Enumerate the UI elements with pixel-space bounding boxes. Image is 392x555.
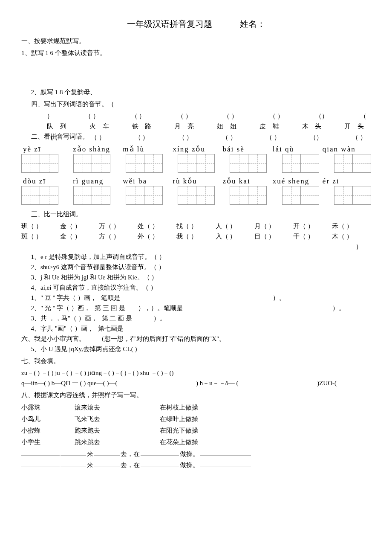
text: 4、字共 "画"（ ）画， xyxy=(31,323,94,334)
blank[interactable] xyxy=(21,449,60,456)
judge-3: 3、j 和 Ue 相拼为 jgl 和 Ue 相拼为 Kie。（ ） xyxy=(31,272,371,282)
list-item: 在树枝上做操 xyxy=(160,402,198,413)
match-table: 小露珠 小鸟儿 小蜜蜂 小学生 滚来滚去 飞来飞去 跑来跑去 跳来跳去 在树枝上… xyxy=(21,402,371,448)
stroke-1: 1、" 豆 " 字共（ ）画， 笔顺是 ）。 xyxy=(31,293,371,303)
section-8: 八、根据课文内容连线，并照样子写一写。 xyxy=(21,390,371,400)
list-item: 小露珠 xyxy=(21,402,40,413)
pinyin: mǎ lù xyxy=(121,143,171,155)
q4-parens2-row: （ ） （ ） （ ） （ ） （ ） （ ） （） （ ） xyxy=(47,131,366,142)
paren: （ ） xyxy=(131,111,146,121)
judge-5: 5、小 U 遇见 jqXy,去掉两点还念 CL( ) xyxy=(31,344,371,354)
pair: 万（ ） xyxy=(99,221,138,231)
box-group xyxy=(230,186,266,205)
word: 铁 路 xyxy=(132,121,154,131)
pair: 找（ ） xyxy=(176,221,215,231)
text: 去，在 xyxy=(121,449,140,459)
pair: 人（ ） xyxy=(216,221,254,231)
q4-words-row: 队 列 火 车 铁 路 月 亮 姐 姐 皮 鞋 木 头 开 头 xyxy=(47,121,366,131)
box-group xyxy=(21,154,58,173)
text: 2、" 光 " 字（ ）画， xyxy=(31,303,91,313)
text: 来 xyxy=(87,449,93,459)
pinyin: zǎo shàng xyxy=(71,143,121,155)
pair: 外（ ） xyxy=(138,231,176,241)
boxes-row-1 xyxy=(21,154,371,173)
worksheet-title: 一年级汉语拼音复习题 xyxy=(127,19,212,29)
word: 队 列 xyxy=(47,121,69,131)
text: q—iin—( ) b—QΠ 一 ( ) que—( )—( xyxy=(21,378,117,388)
text: 做操。 xyxy=(180,449,199,459)
pair: 全（ ） xyxy=(60,231,99,241)
paren: （ ） xyxy=(223,111,238,121)
pinyin: rù kǒu xyxy=(171,175,221,187)
blank[interactable] xyxy=(21,460,60,467)
blank-space xyxy=(21,60,371,85)
fill-row-1: zu－( ) －( ) ju－( ) －( ) jiɑng－( )－( )－( … xyxy=(21,368,371,378)
blank[interactable] xyxy=(141,449,179,456)
section-4: 四、写出下列词语的音节。（ xyxy=(31,99,371,109)
pair: 禾（ ） xyxy=(332,221,371,231)
box-group xyxy=(21,186,58,205)
box-group xyxy=(334,154,371,173)
section-1-1: 1、默写 1 6 个整体认读音节。 xyxy=(21,48,371,58)
paren: （ ） xyxy=(269,111,284,121)
section-6-row: 六、我是小小审判官。 （想一想，在对的后面打"在错的后面的"X"。 xyxy=(21,334,371,344)
text: 来 xyxy=(87,460,93,470)
judge-1: 1、e r 是特殊复韵母，加上声调自成音节。（ ） xyxy=(31,252,371,262)
word: 姐 姐 xyxy=(217,121,239,131)
pinyin: zǒu kāi xyxy=(221,175,271,187)
text: ）。 xyxy=(153,313,166,323)
pinyin: ér zi xyxy=(321,175,371,187)
blank[interactable] xyxy=(200,449,251,456)
text: )ZUO-( xyxy=(317,378,337,388)
boxes-row-2 xyxy=(21,186,371,205)
list-item: 滚来滚去 xyxy=(75,402,100,413)
section-2-1: 2、默写 1 8 个复韵母、 xyxy=(31,87,371,97)
blank[interactable] xyxy=(94,460,120,467)
word: 开 头 xyxy=(344,121,366,131)
q3-row-1: 班（ ） 金（ ） 万（ ） 处（ ） 找（ ） 人（ ） 月（ ） 开（ ） … xyxy=(21,221,371,231)
list-item: 小学生 xyxy=(21,436,40,448)
blank[interactable] xyxy=(200,460,251,467)
pattern-row-1: 来 去，在 做操。 xyxy=(21,449,371,459)
text: ) h－u－－δ— ( xyxy=(196,378,239,388)
box-group xyxy=(334,186,371,205)
paren: （） xyxy=(310,132,323,142)
match-col-2: 滚来滚去 飞来飞去 跑来跑去 跳来跳去 xyxy=(75,402,100,448)
paren: （ ） xyxy=(222,132,236,142)
list-item: 跳来跳去 xyxy=(75,436,100,448)
word: 月 亮 xyxy=(174,121,196,131)
section-2-overlap: 二、看拼音写词语。 （ ） （ ） （ ） （ ） （ ） （ ） （） （ ） xyxy=(21,131,371,142)
pair: 木（ ） xyxy=(332,231,371,241)
pinyin: dòu zī xyxy=(21,175,71,187)
paren: （ ） xyxy=(179,132,193,142)
stroke-4: 4、字共 "画"（ ）画， 第七画是 xyxy=(31,323,371,334)
list-item: 小蜜蜂 xyxy=(21,425,40,436)
blank[interactable] xyxy=(141,460,179,467)
pinyin-row-1: yè zī zǎo shàng mǎ lù xíng zǒu bái sè lá… xyxy=(21,143,371,155)
worksheet-title-row: 一年级汉语拼音复习题 姓名： xyxy=(21,17,371,31)
pinyin: wěi bā xyxy=(121,175,171,187)
blank[interactable] xyxy=(61,460,86,467)
text: 3、共 ，，马"（ ）画， xyxy=(31,313,98,323)
stray-paren: ） xyxy=(21,241,362,252)
word: 木 头 xyxy=(302,121,324,131)
box-group xyxy=(282,186,319,205)
section-2: 二、看拼音写词语。 xyxy=(31,131,89,142)
blank[interactable] xyxy=(94,449,120,456)
judge-2: 2、shu>y6 这两个音节都是整体认读音节。（ ） xyxy=(31,262,371,272)
text: ）。 xyxy=(273,293,285,303)
blank[interactable] xyxy=(61,449,86,456)
paren: （ ） xyxy=(91,132,105,142)
box-group xyxy=(178,154,214,173)
pair: 我（ ） xyxy=(176,231,215,241)
paren: （ ） xyxy=(177,111,192,121)
stroke-2: 2、" 光 " 字（ ）画， 第 三 回 是 ），）。笔顺是 ）。 xyxy=(31,303,371,313)
box-group xyxy=(126,154,162,173)
section-6: 六、我是小小审判官。 xyxy=(21,334,85,344)
pinyin: yè zī xyxy=(21,143,71,155)
pinyin-row-2: dòu zī rì guāng wěi bā rù kǒu zǒu kāi xu… xyxy=(21,175,371,187)
pair: 入（ ） xyxy=(216,231,254,241)
section-1: 一、按要求规范默写。 xyxy=(21,36,371,46)
paren: （ ） xyxy=(85,111,99,121)
text: 1、" 豆 " 字共（ ）画， xyxy=(31,293,97,303)
